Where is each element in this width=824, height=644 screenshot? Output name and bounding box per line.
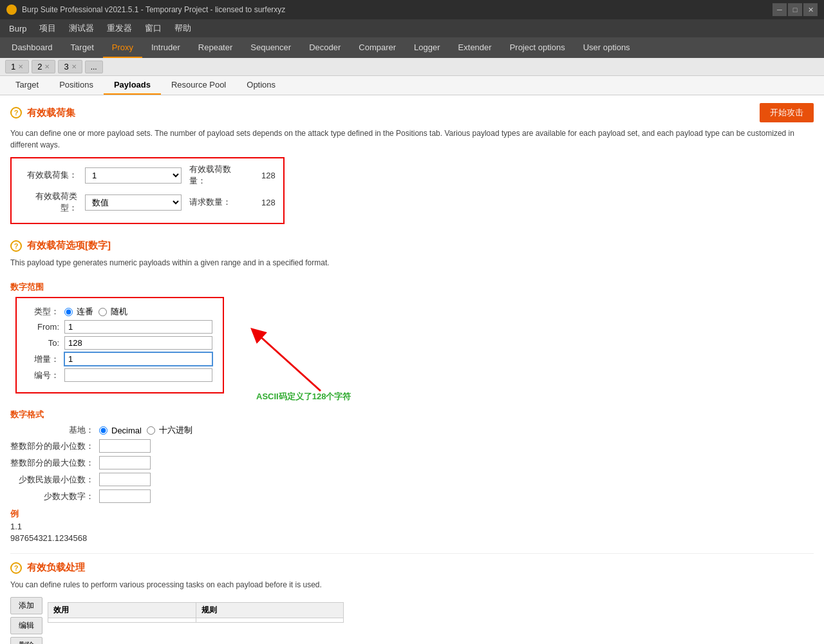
- sub-tab-2[interactable]: 2 ✕: [32, 60, 55, 73]
- sequential-radio-label[interactable]: 连番: [64, 306, 93, 317]
- hex-label: 十六进制: [159, 424, 192, 436]
- payload-type-label: 有效载荷类型：: [19, 191, 77, 214]
- example-value-2: 987654321.1234568: [10, 533, 814, 543]
- decimal-radio-label[interactable]: Decimal: [99, 426, 142, 435]
- menu-project[interactable]: 项目: [34, 21, 61, 36]
- hex-radio[interactable]: [147, 426, 155, 435]
- start-attack-button[interactable]: 开始攻击: [760, 103, 814, 122]
- nav-tab-intruder[interactable]: Intruder: [142, 37, 189, 58]
- step-input[interactable]: [64, 352, 212, 366]
- example-section: 例 1.1 987654321.1234568: [10, 508, 814, 543]
- from-row: From:: [27, 320, 212, 334]
- hex-radio-label[interactable]: 十六进制: [147, 424, 192, 436]
- sequential-radio[interactable]: [64, 308, 73, 316]
- payload-count-label: 有效载荷数量：: [189, 164, 241, 187]
- payload-set-controls-box: 有效载荷集： 1 2 有效载荷数量： 128 有效载荷类型： 数值 Simple…: [10, 157, 285, 224]
- main-content: ? 有效载荷集 开始攻击 You can define one or more …: [0, 95, 824, 644]
- remove-rule-button[interactable]: 删除: [10, 637, 42, 644]
- nav-tab-decoder[interactable]: Decoder: [300, 37, 350, 58]
- nav-tab-project-options[interactable]: Project options: [501, 37, 574, 58]
- menu-repeater[interactable]: 重发器: [102, 21, 137, 36]
- minimize-button[interactable]: ─: [772, 3, 787, 16]
- to-label: To:: [27, 338, 59, 348]
- menu-burp[interactable]: Burp: [4, 22, 32, 35]
- nav-tab-dashboard[interactable]: Dashboard: [3, 37, 62, 58]
- min-int-row: 整数部分的最小位数：: [10, 439, 814, 453]
- window-controls: ─ □ ✕: [772, 3, 818, 16]
- processing-buttons: 添加 编辑 删除: [10, 597, 42, 644]
- payload-set-label: 有效载荷集：: [19, 169, 77, 181]
- nav-tabs: Dashboard Target Proxy Intruder Repeater…: [0, 37, 824, 58]
- nav-tab-target[interactable]: Target: [62, 37, 103, 58]
- example-value-1: 1.1: [10, 522, 814, 531]
- random-radio-label[interactable]: 随机: [98, 306, 127, 317]
- add-rule-button[interactable]: 添加: [10, 597, 42, 614]
- numeric-format-label: 数字格式: [10, 409, 814, 421]
- col-enabled: 效用: [48, 603, 196, 618]
- range-box: 类型： 连番 随机 From:: [15, 297, 224, 393]
- close-tab-3-icon[interactable]: ✕: [71, 63, 77, 70]
- edit-rule-button[interactable]: 编辑: [10, 617, 42, 634]
- max-dec-input[interactable]: [99, 489, 151, 503]
- encoding-label: 编号：: [27, 370, 59, 381]
- sub-tab-3[interactable]: 3 ✕: [58, 60, 82, 73]
- menu-window[interactable]: 窗口: [140, 21, 167, 36]
- nav-tab-comparer[interactable]: Comparer: [350, 37, 405, 58]
- nav-tab-sequencer[interactable]: Sequencer: [241, 37, 300, 58]
- nav-tab-user-options[interactable]: User options: [574, 37, 639, 58]
- close-tab-1-icon[interactable]: ✕: [18, 63, 23, 70]
- numeric-range-left: 数字范围 类型： 连番 随机: [10, 275, 224, 393]
- processing-description: You can define rules to perform various …: [10, 579, 814, 591]
- payload-options-description: This payload type generates numeric payl…: [10, 257, 814, 269]
- table-row: [48, 618, 344, 623]
- nav-tab-proxy[interactable]: Proxy: [103, 37, 142, 58]
- min-int-input[interactable]: [99, 439, 151, 453]
- min-dec-input[interactable]: [99, 473, 151, 486]
- from-input[interactable]: [64, 320, 212, 334]
- payload-type-select[interactable]: 数值 Simple list Runtime file Custom itera…: [85, 194, 182, 211]
- payload-options-section: ? 有效载荷选项[数字] This payload type generates…: [10, 240, 814, 543]
- processing-help-icon[interactable]: ?: [10, 562, 22, 574]
- decimal-radio[interactable]: [99, 426, 108, 435]
- processing-title: 有效负载处理: [27, 562, 85, 574]
- payload-options-help-icon[interactable]: ?: [10, 240, 22, 252]
- nav-tab-logger[interactable]: Logger: [405, 37, 449, 58]
- menu-help[interactable]: 帮助: [169, 21, 196, 36]
- max-int-input[interactable]: [99, 456, 151, 469]
- inner-tab-options[interactable]: Options: [236, 76, 286, 95]
- to-input[interactable]: [64, 336, 212, 350]
- max-int-row: 整数部分的最大位数：: [10, 456, 814, 469]
- inner-tab-target[interactable]: Target: [5, 76, 49, 95]
- payload-set-title: 有效载荷集: [27, 107, 75, 119]
- max-dec-label: 少数大数字：: [10, 491, 94, 502]
- sequential-label: 连番: [77, 306, 93, 317]
- menu-scanner[interactable]: 测试器: [64, 21, 99, 36]
- from-label: From:: [27, 322, 59, 332]
- payload-set-help-icon[interactable]: ?: [10, 107, 22, 118]
- to-row: To:: [27, 336, 212, 350]
- ascii-annotation: ASCII码定义了128个字符: [256, 391, 351, 402]
- min-dec-row: 少数民族最小位数：: [10, 473, 814, 486]
- numeric-range-label: 数字范围: [10, 281, 224, 293]
- close-tab-2-icon[interactable]: ✕: [44, 63, 50, 70]
- encoding-input[interactable]: [64, 368, 212, 382]
- processing-table: 效用 规则: [48, 602, 344, 623]
- sub-tab-more[interactable]: ...: [85, 61, 103, 73]
- inner-tab-resource-pool[interactable]: Resource Pool: [161, 76, 236, 95]
- nav-tab-repeater[interactable]: Repeater: [189, 37, 241, 58]
- close-button[interactable]: ✕: [803, 3, 818, 16]
- min-dec-label: 少数民族最小位数：: [10, 474, 94, 486]
- nav-tab-extender[interactable]: Extender: [449, 37, 501, 58]
- sub-tabs-row: 1 ✕ 2 ✕ 3 ✕ ...: [0, 58, 824, 76]
- numeric-range-container: 数字范围 类型： 连番 随机: [10, 275, 814, 402]
- inner-tab-positions[interactable]: Positions: [49, 76, 104, 95]
- sub-tab-1[interactable]: 1 ✕: [5, 60, 29, 73]
- inner-tab-payloads[interactable]: Payloads: [104, 76, 161, 95]
- maximize-button[interactable]: □: [788, 3, 802, 16]
- svg-line-0: [256, 333, 321, 391]
- min-int-label: 整数部分的最小位数：: [10, 440, 94, 452]
- payload-set-select[interactable]: 1 2: [85, 167, 182, 184]
- menu-bar: Burp 项目 测试器 重发器 窗口 帮助: [0, 19, 824, 37]
- payload-set-description: You can define one or more payload sets.…: [10, 128, 814, 151]
- random-radio[interactable]: [98, 308, 107, 316]
